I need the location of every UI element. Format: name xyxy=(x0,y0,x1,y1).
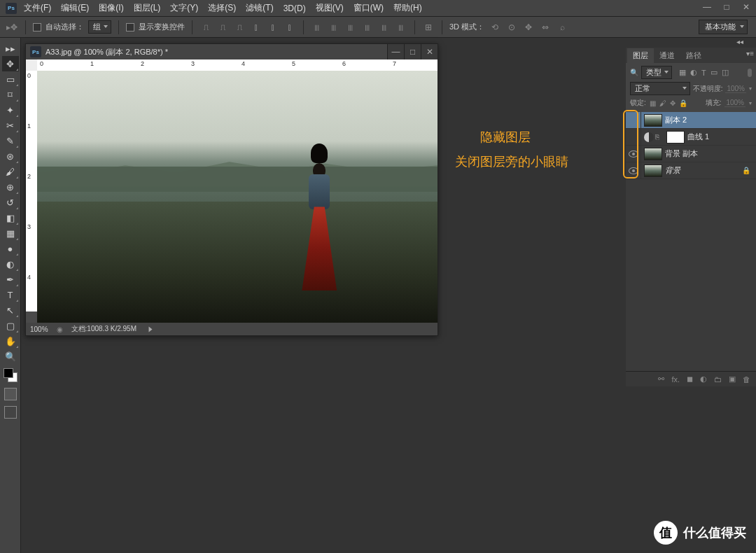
window-minimize[interactable]: — xyxy=(697,0,717,14)
path-select-tool[interactable]: ↖ xyxy=(2,302,19,318)
doc-minimize[interactable]: — xyxy=(387,44,404,59)
lock-position-icon[interactable]: ✥ xyxy=(670,99,676,107)
filter-smart-icon[interactable]: ◫ xyxy=(722,68,729,77)
layer-row[interactable]: ⎘ 曲线 1 xyxy=(626,129,756,146)
filter-toggle[interactable] xyxy=(748,69,752,77)
panel-menu-icon[interactable]: ▾≡ xyxy=(746,50,754,57)
menu-3d[interactable]: 3D(D) xyxy=(284,4,306,13)
status-menu-icon[interactable] xyxy=(148,326,152,332)
zoom-level[interactable]: 100% xyxy=(30,326,48,333)
layer-thumb[interactable] xyxy=(644,114,662,127)
layer-thumb[interactable] xyxy=(644,148,662,160)
auto-select-target[interactable]: 组 xyxy=(88,20,111,34)
distribute-icon[interactable]: ⫼ xyxy=(361,21,374,34)
filter-type-icon[interactable]: T xyxy=(701,69,706,77)
menu-file[interactable]: 文件(F) xyxy=(24,2,51,14)
layer-row[interactable]: 背景 🔒 xyxy=(626,162,756,179)
pen-tool[interactable]: ✒ xyxy=(2,272,19,287)
align-icon[interactable]: ⫿ xyxy=(267,21,279,34)
marquee-tool[interactable]: ▭ xyxy=(2,71,19,87)
tab-paths[interactable]: 路径 xyxy=(680,48,707,63)
window-close[interactable]: ✕ xyxy=(736,0,756,14)
menu-layer[interactable]: 图层(L) xyxy=(134,2,161,14)
move-tool-icon[interactable]: ▸✥ xyxy=(6,21,18,34)
blur-tool[interactable]: ● xyxy=(2,241,19,256)
filter-shape-icon[interactable]: ▭ xyxy=(710,68,718,77)
distribute-icon[interactable]: ⫼ xyxy=(328,21,340,34)
align-icon[interactable]: ⎍ xyxy=(200,21,212,34)
lock-pixels-icon[interactable]: ▦ xyxy=(650,99,656,107)
show-transform-checkbox[interactable] xyxy=(126,23,134,31)
dodge-tool[interactable]: ◐ xyxy=(2,256,19,272)
menu-help[interactable]: 帮助(H) xyxy=(393,2,422,14)
link-layers-icon[interactable]: ⚯ xyxy=(658,374,664,384)
distribute-icon[interactable]: ⫼ xyxy=(311,21,323,34)
type-tool[interactable]: T xyxy=(2,287,19,302)
auto-select-checkbox[interactable] xyxy=(33,23,41,31)
color-swatch[interactable] xyxy=(4,368,18,382)
magic-wand-tool[interactable]: ✦ xyxy=(2,102,19,118)
menu-image[interactable]: 图像(I) xyxy=(99,2,123,14)
tab-channels[interactable]: 通道 xyxy=(654,48,680,63)
pan-3d-icon[interactable]: ✥ xyxy=(522,21,535,34)
align-icon[interactable]: ⫿ xyxy=(250,21,262,34)
window-maximize[interactable]: □ xyxy=(717,0,736,14)
trash-icon[interactable]: 🗑 xyxy=(743,375,750,384)
orbit-3d-icon[interactable]: ⟲ xyxy=(489,21,501,34)
menu-view[interactable]: 视图(V) xyxy=(316,2,344,14)
move-tool[interactable]: ✥ xyxy=(2,56,19,71)
group-icon[interactable]: 🗀 xyxy=(714,375,722,384)
layer-row[interactable]: 副本 2 xyxy=(626,112,756,129)
workspace-switcher[interactable]: 基本功能 xyxy=(699,20,748,34)
distribute-icon[interactable]: ⫼ xyxy=(378,21,391,34)
ruler-horizontal[interactable]: 0 1 2 3 4 5 6 7 xyxy=(37,59,438,71)
lasso-tool[interactable]: ⌑ xyxy=(2,87,19,102)
layer-row[interactable]: 背景 副本 xyxy=(626,146,756,162)
healing-tool[interactable]: ⊛ xyxy=(2,148,19,164)
menu-select[interactable]: 选择(S) xyxy=(208,2,236,14)
align-icon[interactable]: ⎍ xyxy=(233,21,246,34)
hand-tool[interactable]: ✋ xyxy=(2,333,19,349)
distribute-icon[interactable]: ⫼ xyxy=(344,21,357,34)
blend-mode-dropdown[interactable]: 正常 xyxy=(630,82,690,95)
filter-pixel-icon[interactable]: ▦ xyxy=(679,68,686,77)
stamp-tool[interactable]: ⊕ xyxy=(2,179,19,195)
filter-adjust-icon[interactable]: ◐ xyxy=(690,68,697,77)
lock-all-icon[interactable]: 🔒 xyxy=(679,99,687,107)
distribute-icon[interactable]: ⫼ xyxy=(395,21,407,34)
filter-type-dropdown[interactable]: 类型 xyxy=(641,66,672,79)
layer-mask-thumb[interactable] xyxy=(666,131,685,144)
brush-tool[interactable]: 🖌 xyxy=(2,164,19,179)
menu-edit[interactable]: 编辑(E) xyxy=(61,2,89,14)
new-layer-icon[interactable]: ▣ xyxy=(729,374,736,384)
ruler-origin[interactable] xyxy=(26,59,37,71)
panel-collapse-icon[interactable]: ◂◂ xyxy=(736,38,743,46)
menu-window[interactable]: 窗口(W) xyxy=(354,2,384,14)
opacity-value[interactable]: 100% xyxy=(725,85,746,93)
quickmask-toggle[interactable] xyxy=(4,388,17,400)
document-tab[interactable]: Ps A33.jpg @ 100% (副本 2, RGB/8*) * — □ ✕ xyxy=(26,44,438,59)
screenmode-toggle[interactable] xyxy=(4,406,17,419)
layer-name[interactable]: 背景 副本 xyxy=(665,148,698,159)
slide-3d-icon[interactable]: ⇔ xyxy=(539,21,552,34)
eyedropper-tool[interactable]: ✎ xyxy=(2,133,19,148)
align-icon[interactable]: ⫿ xyxy=(284,21,296,34)
layer-name[interactable]: 曲线 1 xyxy=(687,132,709,142)
zoom-3d-icon[interactable]: ⌕ xyxy=(556,21,568,34)
align-icon[interactable]: ⎍ xyxy=(216,21,229,34)
collapse-handle[interactable]: ▸▸ xyxy=(2,41,19,56)
layer-name[interactable]: 背景 xyxy=(665,165,680,176)
auto-align-icon[interactable]: ⊞ xyxy=(422,21,435,34)
eraser-tool[interactable]: ◧ xyxy=(2,210,19,225)
mask-icon[interactable]: ◼ xyxy=(687,374,693,384)
adjustment-icon[interactable]: ◐ xyxy=(700,374,707,384)
doc-maximize[interactable]: □ xyxy=(404,44,421,59)
menu-type[interactable]: 文字(Y) xyxy=(170,2,198,14)
menu-filter[interactable]: 滤镜(T) xyxy=(246,2,273,14)
canvas[interactable] xyxy=(37,71,438,323)
doc-close[interactable]: ✕ xyxy=(421,44,438,59)
zoom-tool[interactable]: 🔍 xyxy=(2,349,19,364)
ruler-vertical[interactable]: 0 1 2 3 4 xyxy=(26,71,37,312)
layer-name[interactable]: 副本 2 xyxy=(665,115,687,125)
status-icon[interactable]: ◉ xyxy=(57,326,63,333)
